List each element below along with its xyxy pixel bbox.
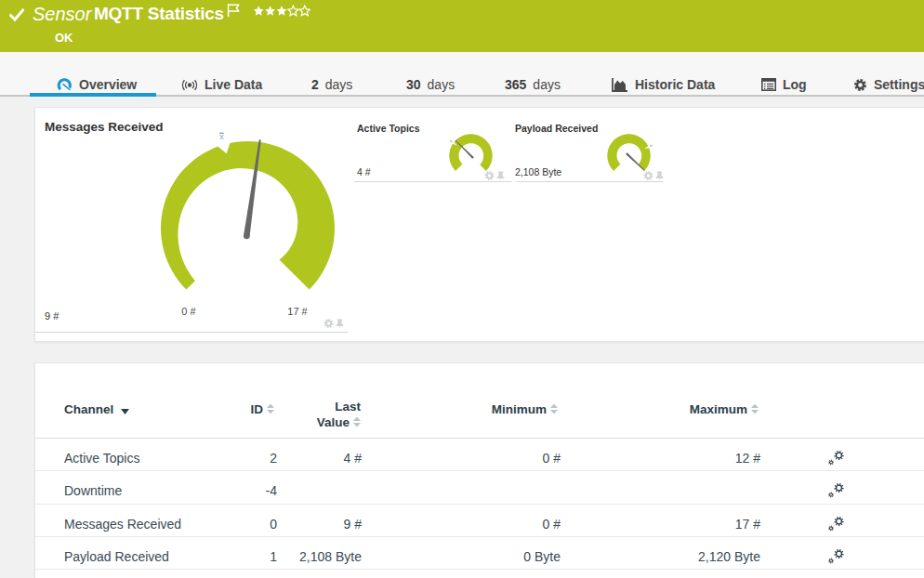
channel-panel-title: Payload Received: [515, 123, 598, 134]
star-outline-icon: [299, 6, 310, 15]
panel-gear-icon[interactable]: [485, 171, 495, 180]
active-tab-underline: [30, 93, 156, 97]
status-check-icon: [9, 7, 24, 22]
row-divider: [35, 569, 924, 570]
tab-settings[interactable]: Settings: [853, 72, 924, 98]
gauge-min-label: 0 #: [170, 306, 207, 317]
channel-current-value: 4 #: [357, 166, 371, 177]
prtg-sensor-page: Sensor MQTT Statistics OK Overview Live …: [0, 0, 924, 578]
channel-settings-icon[interactable]: [827, 516, 846, 534]
star-filled-icon: [254, 6, 264, 15]
cell-maximum: 17 #: [627, 517, 760, 532]
column-header-minimum[interactable]: Minimum: [426, 402, 558, 416]
cell-minimum: 0 #: [426, 451, 561, 466]
gear-icon: [853, 78, 867, 92]
gauges-card: Messages Received x 0 # 17 # 9 # Active …: [34, 107, 924, 342]
panel-pin-icon[interactable]: [656, 172, 664, 181]
cell-channel: Downtime: [64, 483, 122, 498]
star-filled-icon: [265, 6, 275, 15]
channel-panel-title: Active Topics: [357, 123, 420, 134]
column-header-last-value[interactable]: Last Value: [271, 399, 361, 430]
gauge-max-label: 17 #: [279, 306, 316, 317]
cell-id: -4: [220, 483, 277, 498]
sort-icon: [751, 403, 759, 414]
star-filled-icon: [277, 6, 287, 15]
column-header-channel[interactable]: Channel: [64, 402, 129, 416]
tab-365-days[interactable]: 365days: [505, 72, 561, 98]
tab-historic-data[interactable]: Historic Data: [612, 72, 715, 98]
row-divider: [35, 470, 924, 471]
cell-channel: Messages Received: [64, 517, 181, 532]
cell-last-value: 9 #: [266, 517, 362, 532]
channel-current-value: 9 #: [45, 310, 59, 322]
column-header-id[interactable]: ID: [220, 402, 274, 416]
cell-channel: Payload Received: [64, 549, 169, 564]
panel-divider: [35, 332, 348, 333]
sensor-kind-label: Sensor: [33, 4, 91, 25]
gauge-messages-received: x: [150, 121, 347, 316]
cell-last-value: 2,108 Byte: [266, 549, 362, 564]
panel-actions: [323, 318, 351, 329]
panel-divider: [517, 181, 663, 182]
panel-gear-icon[interactable]: [324, 319, 334, 328]
cell-maximum: 2,120 Byte: [627, 549, 760, 564]
tab-2-days[interactable]: 2days: [311, 72, 352, 98]
column-header-maximum[interactable]: Maximum: [627, 402, 759, 416]
row-divider: [35, 504, 924, 505]
channel-panel-title: Messages Received: [45, 120, 164, 134]
cell-minimum: 0 Byte: [426, 549, 561, 564]
cell-last-value: 4 #: [266, 451, 362, 466]
panel-divider: [354, 181, 512, 182]
gauge-mean-tick: [650, 145, 653, 146]
priority-stars[interactable]: [253, 5, 310, 17]
gauge-icon: [57, 77, 73, 93]
sort-icon: [550, 403, 558, 414]
gauge-mean-tick: [450, 140, 452, 142]
log-icon: [761, 78, 776, 91]
channel-settings-icon[interactable]: [827, 548, 846, 567]
cell-channel: Active Topics: [64, 451, 139, 466]
table-header-divider: [35, 438, 924, 439]
tab-live-data[interactable]: Live Data: [181, 72, 262, 98]
sensor-title: MQTT Statistics: [94, 4, 224, 24]
tab-bar: Overview Live Data 2days 30days 365days …: [0, 52, 924, 97]
channels-table-card: Channel ID Last Value Minimum Maximum Ac…: [34, 362, 924, 578]
sort-desc-icon: [121, 409, 129, 414]
channel-settings-icon[interactable]: [827, 482, 846, 501]
channel-settings-icon[interactable]: [827, 450, 846, 468]
panel-pin-icon[interactable]: [337, 320, 344, 329]
tab-30-days[interactable]: 30days: [406, 72, 455, 98]
cell-minimum: 0 #: [426, 517, 561, 532]
panel-gear-icon[interactable]: [644, 171, 653, 180]
panel-actions: [643, 170, 671, 181]
sensor-status-badge: OK: [55, 31, 73, 45]
flag-icon[interactable]: [227, 3, 242, 18]
cell-maximum: 12 #: [627, 451, 760, 466]
sensor-header: Sensor MQTT Statistics OK: [0, 0, 924, 52]
channel-current-value: 2,108 Byte: [515, 166, 561, 177]
panel-actions: [484, 170, 512, 181]
broadcast-icon: [181, 78, 198, 92]
area-chart-icon: [612, 77, 628, 92]
sort-icon: [353, 416, 361, 427]
tab-log[interactable]: Log: [761, 72, 807, 98]
row-divider: [35, 536, 924, 537]
star-outline-icon: [288, 6, 298, 15]
panel-pin-icon[interactable]: [497, 172, 505, 181]
